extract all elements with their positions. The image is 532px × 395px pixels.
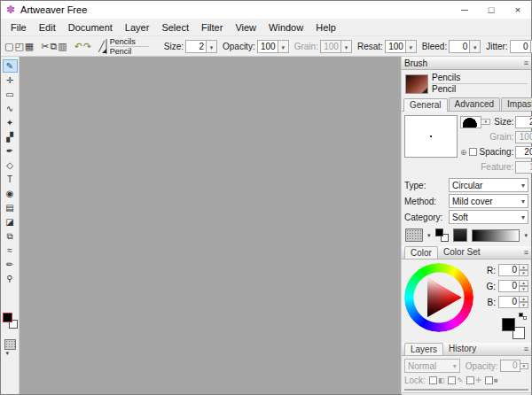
default-colors-icon[interactable] <box>519 313 527 320</box>
tab-layers[interactable]: Layers <box>404 343 443 355</box>
texture-swatch[interactable] <box>405 228 423 242</box>
menu-layer[interactable]: Layer <box>119 20 156 35</box>
save-icon[interactable]: ▦ <box>25 38 34 54</box>
category-select[interactable]: Soft <box>449 210 528 224</box>
menu-view[interactable]: View <box>229 20 262 35</box>
checkbox[interactable] <box>448 376 456 384</box>
red-spinner[interactable] <box>520 264 528 276</box>
tool-eyedropper[interactable]: ✏ <box>3 258 18 271</box>
spacing-value[interactable]: 20 <box>515 146 532 159</box>
bleed-value[interactable]: 0 <box>449 40 470 53</box>
copy-icon[interactable]: ⧉ <box>50 38 57 54</box>
spin-up-icon[interactable] <box>520 296 528 302</box>
foreground-color-swatch[interactable] <box>502 318 515 331</box>
tool-shapes[interactable]: ◇ <box>3 159 18 172</box>
blue-spinner[interactable] <box>520 296 528 308</box>
tool-paintbrush[interactable]: ✎ <box>3 59 18 73</box>
tool-crop[interactable]: ▞ <box>3 130 18 143</box>
tab-color[interactable]: Color <box>404 246 438 259</box>
chevron-down-icon[interactable]: ▾ <box>427 232 431 239</box>
type-select[interactable]: Circular <box>449 178 528 192</box>
saturation-value-triangle[interactable] <box>404 263 473 332</box>
redo-icon[interactable]: ↷ <box>83 38 91 54</box>
chevron-down-icon[interactable] <box>481 119 490 125</box>
cut-icon[interactable]: ✂ <box>41 38 49 54</box>
color-wheel[interactable] <box>404 263 473 332</box>
lock-position-toggle[interactable]: ✛ <box>466 376 481 384</box>
tool-lasso[interactable]: ∿ <box>3 102 18 115</box>
tool-move[interactable]: ✛ <box>3 74 18 87</box>
gradient-swatch[interactable] <box>472 229 520 242</box>
tab-history[interactable]: History <box>443 343 481 355</box>
lock-image-toggle[interactable]: ✎ <box>448 376 463 384</box>
blue-value[interactable]: 0 <box>498 296 520 308</box>
undo-icon[interactable]: ↶ <box>74 38 82 54</box>
spin-down-icon[interactable] <box>520 270 528 276</box>
menu-window[interactable]: Window <box>262 20 309 35</box>
opacity-dropdown-icon[interactable] <box>278 40 289 53</box>
tool-pen[interactable]: ✒ <box>3 144 18 158</box>
canvas-workspace[interactable] <box>20 57 401 394</box>
primary-color-chip[interactable] <box>435 228 443 236</box>
minimize-button[interactable]: ─ <box>451 1 478 19</box>
spin-up-icon[interactable] <box>520 280 528 286</box>
tab-impasto[interactable]: Impasto <box>501 97 532 111</box>
bleed-dropdown-icon[interactable] <box>470 40 481 53</box>
close-button[interactable]: × <box>505 1 531 19</box>
tab-advanced[interactable]: Advanced <box>449 97 500 111</box>
resat-dropdown-icon[interactable] <box>406 40 417 53</box>
layers-panel-menu-icon[interactable]: ≡ <box>524 345 528 353</box>
brush-selector[interactable]: Pencils Pencil <box>110 37 149 56</box>
chevron-down-icon[interactable]: ▾ <box>524 232 528 239</box>
method-select[interactable]: Mild cover <box>449 194 528 208</box>
pattern-swatch[interactable] <box>4 339 16 350</box>
menu-document[interactable]: Document <box>62 20 119 35</box>
brush-tip-selector[interactable] <box>460 116 481 128</box>
checkbox[interactable] <box>485 376 493 384</box>
menu-file[interactable]: File <box>4 20 33 35</box>
dual-color-swatch[interactable] <box>435 228 449 242</box>
menu-filter[interactable]: Filter <box>195 20 229 35</box>
open-icon[interactable]: ◰ <box>14 38 23 54</box>
checkbox[interactable] <box>429 376 437 384</box>
tab-general[interactable]: General <box>403 98 448 112</box>
brush-name-block[interactable]: Pencils Pencil <box>402 70 531 97</box>
brush-tip-dropdown[interactable] <box>481 119 490 125</box>
spin-down-icon[interactable] <box>520 302 528 308</box>
paste-icon[interactable]: ▥ <box>58 38 66 54</box>
color-panel-menu-icon[interactable]: ≡ <box>524 248 528 257</box>
resat-value[interactable]: 100 <box>385 40 406 53</box>
tool-rect-select[interactable]: ▭ <box>3 88 18 101</box>
red-value[interactable]: 0 <box>498 264 520 276</box>
menu-select[interactable]: Select <box>155 20 195 35</box>
lock-transparency-toggle[interactable]: ◧ <box>429 376 445 384</box>
foreground-background-swatch[interactable] <box>3 313 18 329</box>
brush-preview-thumbnail[interactable] <box>106 39 107 54</box>
tool-clone-stamp[interactable]: ⧉ <box>3 229 18 243</box>
size-value[interactable]: 2 <box>515 116 532 128</box>
tool-smudge[interactable]: ≈ <box>3 244 18 257</box>
stroke-swatch[interactable] <box>453 228 467 242</box>
jitter-value[interactable]: 0 <box>510 40 531 53</box>
spin-down-icon[interactable] <box>520 286 528 292</box>
tool-text[interactable]: T <box>3 173 18 186</box>
tab-color-set[interactable]: Color Set <box>438 246 486 259</box>
checkbox[interactable] <box>466 376 474 384</box>
spacing-checkbox[interactable] <box>469 148 477 156</box>
new-document-icon[interactable]: ▢ <box>4 38 13 54</box>
opacity-value[interactable]: 100 <box>257 40 278 53</box>
green-spinner[interactable] <box>520 280 528 292</box>
maximize-button[interactable]: □ <box>478 1 505 19</box>
green-value[interactable]: 0 <box>498 280 520 292</box>
brush-preview-thumbnail[interactable] <box>405 74 428 94</box>
tool-zoom[interactable]: ⚲ <box>3 272 18 285</box>
tool-paint-bucket[interactable]: ◉ <box>3 187 18 200</box>
tool-eraser[interactable]: ◪ <box>3 215 18 228</box>
menu-edit[interactable]: Edit <box>33 20 62 35</box>
foreground-background-swatch[interactable] <box>502 318 525 339</box>
lock-all-toggle[interactable]: ■ <box>485 376 498 384</box>
spin-up-icon[interactable] <box>520 264 528 270</box>
menu-help[interactable]: Help <box>309 20 342 35</box>
layer-list[interactable] <box>404 389 528 391</box>
tool-gradient[interactable]: ▤ <box>3 201 18 214</box>
